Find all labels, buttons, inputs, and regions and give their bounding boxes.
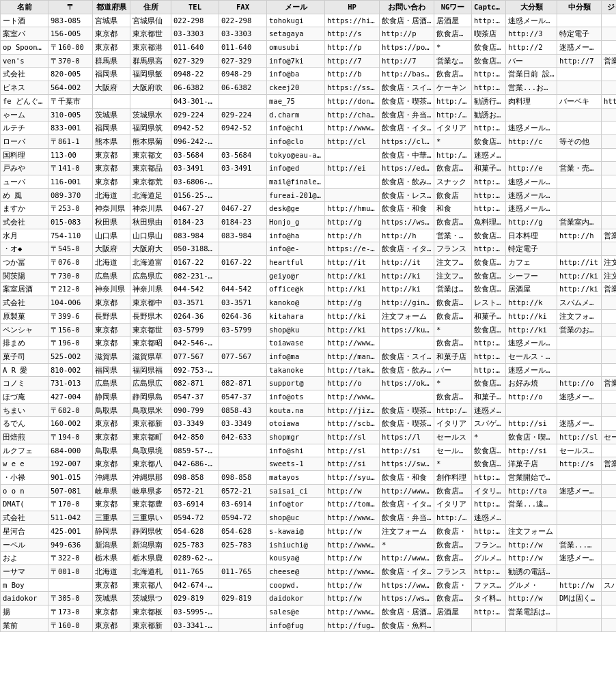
table-row: 国料理113-00東京都東京都文03-568403-5684tokyo@eau-… <box>1 148 617 162</box>
table-cell: 滋賀県草 <box>130 350 171 363</box>
table-cell <box>557 148 602 162</box>
table-cell: 564-002 <box>48 81 93 95</box>
table-cell: https://www.chudai-seikyu <box>380 578 434 592</box>
table-cell: 迷惑メール対策 <box>472 148 506 162</box>
table-cell: 居酒屋 <box>434 605 472 618</box>
table-cell <box>219 618 267 632</box>
table-cell: 喫茶店 <box>472 27 506 41</box>
table-cell: http://www.bc9.ne.jp/~ko <box>380 552 434 565</box>
table-cell: http://g <box>325 296 380 310</box>
table-cell: 茨城県つ <box>130 592 171 605</box>
table-cell: o o n <box>1 484 48 498</box>
table-cell: http://ki <box>325 283 380 296</box>
table-cell: ペンシャ <box>1 323 48 337</box>
table-cell: kousya@ <box>267 552 325 565</box>
table-cell <box>602 444 617 457</box>
table-cell: http://p <box>325 41 380 55</box>
table-cell <box>506 511 557 525</box>
table-cell: http://scb-shop.com/ <box>325 417 380 431</box>
table-cell: 群馬県高 <box>130 54 171 68</box>
table-cell: daidokor <box>267 592 325 605</box>
column-header: 大分類 <box>506 1 557 14</box>
table-cell: 022-298 <box>171 14 219 27</box>
table-cell: 06-6382 <box>219 81 267 95</box>
table-cell <box>602 309 617 323</box>
table-cell: info@ed <box>267 162 325 175</box>
table-cell: 03-3491 <box>171 162 219 175</box>
table-cell: 飲食店・魚料理 <box>380 618 434 632</box>
table-cell: info@tor <box>267 498 325 511</box>
table-cell: shopmgr <box>267 431 325 444</box>
table-cell: http://www.moon-t-f.com <box>380 484 434 498</box>
table-cell: ビネス <box>1 81 48 95</box>
table-cell: 東京都 <box>93 337 130 350</box>
table-cell: setagaya <box>267 27 325 41</box>
table-cell: http://it <box>557 256 602 270</box>
table-cell: ckeej20 <box>267 81 325 95</box>
table-cell: 〒196-0 <box>48 337 93 350</box>
table-cell: http://3 <box>506 27 557 41</box>
table-cell: http://fu <box>472 188 506 202</box>
column-header: FAX <box>219 1 267 14</box>
table-cell: 東京都八 <box>130 457 171 471</box>
table-cell: http://jizokutottori.dokkoisho.com/ <box>325 403 380 417</box>
table-cell <box>602 108 617 122</box>
table-cell: 迷惑メール対策 <box>506 175 557 188</box>
table-cell: 015-083 <box>48 216 93 229</box>
table-cell: 北海道 <box>93 188 130 202</box>
table-cell: info@fug <box>267 618 325 632</box>
table-cell: 沖縄県 <box>93 471 130 485</box>
table-cell: 〒212-0 <box>48 283 93 296</box>
table-cell <box>557 68 602 81</box>
table-cell: http://ginza-orions.com/cc <box>380 296 434 310</box>
table-cell: toiawase <box>267 337 325 350</box>
table-cell: 427-004 <box>48 390 93 403</box>
table-cell: 820-005 <box>48 68 93 81</box>
table-cell: info@shi <box>267 444 325 457</box>
table-cell: 083-984 <box>171 229 219 242</box>
table-cell: http://w <box>325 552 380 565</box>
table-cell: http://sl <box>325 431 380 444</box>
table-cell: 0467-27 <box>171 202 219 216</box>
table-cell: * <box>472 431 506 444</box>
table-cell: https://e-o.jp/ <box>325 242 380 256</box>
table-cell <box>557 471 602 485</box>
table-cell: 福岡県筑 <box>130 122 171 135</box>
table-cell: 飲食店・弁当・宅弁当仕出し <box>380 108 434 122</box>
table-cell: 宮城県 <box>93 14 130 27</box>
table-cell <box>557 524 602 538</box>
table-cell: 833-001 <box>48 122 93 135</box>
table-row: ちまい〒682-0鳥取県鳥取県米090-7990858-43kouta.naht… <box>1 403 617 417</box>
table-cell: 東京都文 <box>130 148 171 162</box>
table-cell: 029-819 <box>171 592 219 605</box>
table-cell <box>602 350 617 363</box>
table-cell <box>602 390 617 403</box>
table-cell: 0167-22 <box>219 256 267 270</box>
table-cell: http://ki <box>325 323 380 337</box>
table-cell: 営業などの電話は <box>602 54 617 68</box>
table-cell: ほづ庵 <box>1 390 48 403</box>
table-cell: http://www.uosata05.com/ <box>325 511 380 525</box>
table-cell: 広島県 <box>93 269 130 283</box>
table-cell: 飲食店・レストラ <box>380 188 434 202</box>
table-cell: http://ki <box>472 337 506 350</box>
table-row: 業前〒160-0東京都東京都新03-3341-4584info@fughttp:… <box>1 618 617 632</box>
table-cell: https://ssl.hp4u.jp/inquiry <box>325 81 380 95</box>
table-cell: support@ <box>267 377 325 390</box>
table-cell: 〒170-0 <box>48 498 93 511</box>
table-cell: 東京都 <box>93 431 130 444</box>
table-cell: ファスト <box>472 578 506 592</box>
table-cell: otoiawa <box>267 417 325 431</box>
table-cell: コノミ <box>1 377 48 390</box>
table-cell: 注文フォーム <box>557 309 602 323</box>
table-cell: 03-3341-4584 <box>171 618 219 632</box>
table-cell <box>557 202 602 216</box>
table-cell: 飲食店・和食 <box>434 552 472 565</box>
table-cell: http://b <box>472 68 506 81</box>
table-cell: http://si <box>506 444 557 457</box>
table-row: DMAT(〒170-0東京都東京都豊03-691403-6914info@tor… <box>1 498 617 511</box>
table-cell <box>557 242 602 256</box>
table-cell: 業前 <box>1 618 48 632</box>
table-cell: 群馬県 <box>93 54 130 68</box>
table-row: 式会社015-083秋田県秋田県由0184-230184-23Honjo_ght… <box>1 216 617 229</box>
